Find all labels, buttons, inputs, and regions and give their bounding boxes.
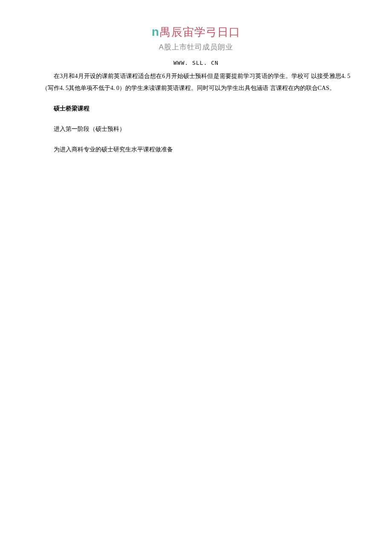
section-title: 硕士桥梁课程	[42, 103, 350, 115]
website-url: WWW. SLL. CN	[0, 60, 392, 66]
document-content: 在3月和4月开设的课前英语课程适合想在6月开始硕士预科但是需要提前学习英语的学生…	[0, 70, 392, 156]
logo: n 禺辰宙学弓日口	[0, 25, 392, 40]
tagline: A股上市牡司成员朗业	[0, 42, 392, 52]
document-header: n 禺辰宙学弓日口 A股上市牡司成员朗业	[0, 25, 392, 52]
paragraph-1: 在3月和4月开设的课前英语课程适合想在6月开始硕士预科但是需要提前学习英语的学生…	[42, 70, 350, 94]
paragraph-2: 进入第一阶段（硕士预科）	[42, 123, 350, 135]
paragraph-3: 为进入商科专业的硕士研究生水平课程做准备	[42, 144, 350, 156]
logo-prefix: n	[152, 25, 159, 39]
logo-text: 禺辰宙学弓日口	[160, 25, 240, 40]
